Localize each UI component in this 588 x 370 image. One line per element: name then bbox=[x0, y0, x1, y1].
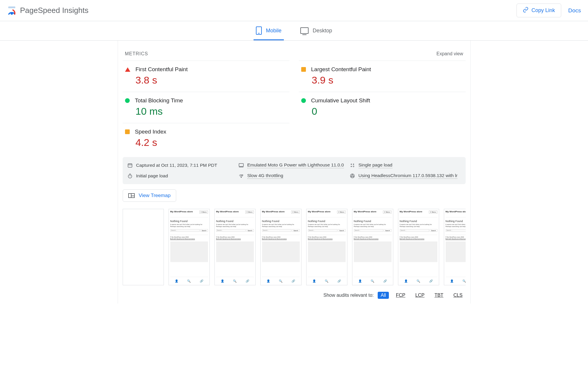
svg-point-11 bbox=[353, 166, 354, 167]
metric-label: Total Blocking Time bbox=[135, 97, 183, 104]
env-browser: Using HeadlessChromium 117.0.5938.132 wi… bbox=[350, 173, 461, 179]
treemap-row: View Treemap bbox=[123, 189, 466, 202]
pass-icon bbox=[301, 98, 306, 103]
link-icon bbox=[523, 7, 529, 14]
environment-box: Captured at Oct 11, 2023, 7:11 PM PDT Em… bbox=[123, 157, 466, 184]
metric-value: 4.2 s bbox=[136, 137, 287, 148]
svg-point-1 bbox=[11, 12, 13, 15]
env-loadtype: Initial page load bbox=[127, 173, 239, 179]
svg-point-8 bbox=[351, 164, 352, 165]
metric-si: Speed Index 4.2 s bbox=[123, 123, 289, 154]
header-right: Copy Link Docs bbox=[517, 4, 581, 17]
tab-desktop[interactable]: Desktop bbox=[298, 21, 334, 40]
filmstrip-frame: My WordPress store≡ Menu Nothing Found I… bbox=[444, 209, 466, 285]
report-content: METRICS Expand view First Contentful Pai… bbox=[118, 41, 471, 304]
env-device: Emulated Moto G Power with Lighthouse 11… bbox=[239, 162, 350, 168]
average-icon bbox=[125, 129, 130, 134]
metric-label: Cumulative Layout Shift bbox=[311, 97, 370, 104]
device-tabs: Mobile Desktop bbox=[0, 21, 588, 41]
expand-view-toggle[interactable]: Expand view bbox=[437, 51, 463, 56]
app-header: PageSpeed Insights Copy Link Docs bbox=[0, 0, 588, 21]
app-title: PageSpeed Insights bbox=[20, 6, 89, 15]
filmstrip-frame: My WordPress store≡ Menu Nothing Found I… bbox=[260, 209, 302, 285]
filter-fcp[interactable]: FCP bbox=[393, 292, 408, 299]
filmstrip-frame-blank bbox=[123, 209, 164, 285]
svg-rect-2 bbox=[128, 164, 132, 167]
metric-cls: Cumulative Layout Shift 0 bbox=[299, 92, 466, 123]
desktop-icon bbox=[300, 27, 309, 34]
audits-filter-label: Show audits relevant to: bbox=[323, 293, 374, 298]
pagespeed-logo-icon bbox=[7, 6, 16, 15]
sampling-icon bbox=[350, 163, 355, 168]
metric-fcp: First Contentful Paint 3.8 s bbox=[123, 61, 289, 92]
svg-line-20 bbox=[351, 176, 352, 177]
metric-value: 3.9 s bbox=[312, 74, 463, 86]
device-icon bbox=[239, 163, 244, 168]
env-captured: Captured at Oct 11, 2023, 7:11 PM PDT bbox=[127, 162, 239, 168]
tab-mobile[interactable]: Mobile bbox=[254, 21, 284, 40]
filter-lcp[interactable]: LCP bbox=[412, 292, 427, 299]
metric-value: 0 bbox=[312, 106, 463, 117]
calendar-icon bbox=[127, 163, 133, 168]
filter-tbt[interactable]: TBT bbox=[432, 292, 446, 299]
metric-lcp: Largest Contentful Paint 3.9 s bbox=[299, 61, 466, 92]
svg-point-9 bbox=[353, 164, 354, 165]
filmstrip-frame: My WordPress store≡ Menu Nothing Found I… bbox=[169, 209, 210, 285]
filmstrip-frame: My WordPress store≡ Menu Nothing Found I… bbox=[352, 209, 393, 285]
filmstrip-frame: My WordPress store≡ Menu Nothing Found I… bbox=[398, 209, 439, 285]
metrics-header: METRICS Expand view bbox=[123, 41, 466, 61]
metric-value: 10 ms bbox=[136, 106, 287, 117]
svg-rect-6 bbox=[239, 164, 243, 166]
chrome-icon bbox=[350, 173, 355, 179]
average-icon bbox=[301, 67, 306, 72]
screenshot-filmstrip: My WordPress store≡ Menu Nothing Found I… bbox=[123, 209, 466, 285]
copy-link-button[interactable]: Copy Link bbox=[517, 4, 561, 17]
audits-filter: Show audits relevant to: All FCP LCP TBT… bbox=[123, 292, 466, 299]
metric-value: 3.8 s bbox=[136, 74, 287, 86]
metrics-grid: First Contentful Paint 3.8 s Largest Con… bbox=[123, 61, 466, 154]
tab-mobile-label: Mobile bbox=[266, 28, 281, 34]
copy-link-label: Copy Link bbox=[532, 7, 555, 14]
stopwatch-icon bbox=[127, 173, 133, 179]
metric-label: Largest Contentful Paint bbox=[311, 66, 371, 73]
mobile-icon bbox=[256, 26, 262, 35]
tab-desktop-label: Desktop bbox=[313, 28, 332, 34]
svg-rect-0 bbox=[8, 6, 15, 8]
fail-icon bbox=[125, 67, 130, 72]
treemap-icon bbox=[128, 193, 135, 198]
header-left: PageSpeed Insights bbox=[7, 6, 89, 15]
pass-icon bbox=[125, 98, 130, 103]
svg-point-10 bbox=[351, 166, 352, 167]
filter-all[interactable]: All bbox=[378, 292, 389, 299]
treemap-label: View Treemap bbox=[139, 193, 171, 199]
svg-point-15 bbox=[241, 177, 241, 177]
svg-line-21 bbox=[353, 176, 354, 177]
metrics-title: METRICS bbox=[125, 51, 148, 56]
metric-label: Speed Index bbox=[135, 129, 166, 135]
docs-link[interactable]: Docs bbox=[568, 7, 581, 14]
network-icon bbox=[239, 173, 244, 179]
metric-tbt: Total Blocking Time 10 ms bbox=[123, 92, 289, 123]
filter-cls[interactable]: CLS bbox=[450, 292, 465, 299]
env-network: Slow 4G throttling bbox=[239, 173, 350, 179]
filmstrip-frame: My WordPress store≡ Menu Nothing Found I… bbox=[306, 209, 347, 285]
metric-label: First Contentful Paint bbox=[136, 66, 188, 73]
env-sampling: Single page load bbox=[350, 162, 461, 168]
filmstrip-frame: My WordPress store≡ Menu Nothing Found I… bbox=[214, 209, 256, 285]
view-treemap-button[interactable]: View Treemap bbox=[123, 189, 176, 202]
